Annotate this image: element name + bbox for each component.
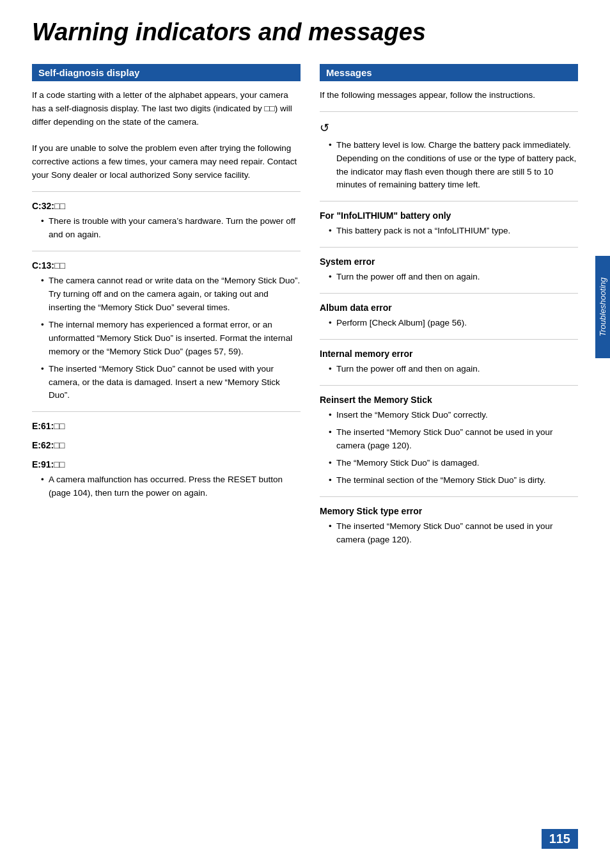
divider [320,339,578,340]
list-item: Turn the power off and then on again. [329,271,578,284]
infoLITHIUM-header: For "InfoLITHIUM" battery only [320,210,578,221]
infoLITHIUM-bullets: This battery pack is not a “InfoLITHIUM”… [320,225,578,238]
list-item: The terminal section of the “Memory Stic… [329,474,578,487]
divider [320,496,578,497]
error-code-e91: E:91:□□ [32,459,301,470]
error-code-c32: C:32:□□ [32,201,301,211]
left-column: Self-diagnosis display If a code startin… [32,64,301,504]
list-item: There is trouble with your camera’s hard… [41,215,301,242]
sidebar-label: Troubleshooting [595,256,610,358]
list-item: The battery level is low. Charge the bat… [329,139,578,193]
page-number-area: 115 [542,829,578,849]
reinsert-memory-stick-header: Reinsert the Memory Stick [320,395,578,405]
self-diagnosis-header: Self-diagnosis display [32,64,301,81]
right-column: Messages If the following messages appea… [320,64,578,551]
messages-intro: If the following messages appear, follow… [320,89,578,102]
page-title: Warning indicators and messages [32,19,578,46]
error-e91-bullets: A camera malfunction has occurred. Press… [32,473,301,500]
list-item: The inserted “Memory Stick Duo” cannot b… [329,426,578,453]
list-item: Perform [Check Album] (page 56). [329,317,578,330]
divider [320,293,578,294]
battery-icon: ↺ [320,121,578,135]
self-diagnosis-intro: If a code starting with a letter of the … [32,89,301,182]
divider [32,251,301,251]
list-item: A camera malfunction has occurred. Press… [41,473,301,500]
memory-stick-type-error-header: Memory Stick type error [320,506,578,516]
system-error-header: System error [320,256,578,267]
error-code-e62: E:62:□□ [32,440,301,450]
error-c13-bullets: The camera cannot read or write data on … [32,274,301,402]
list-item: The camera cannot read or write data on … [41,274,301,315]
divider [32,191,301,192]
messages-header: Messages [320,64,578,81]
error-code-c13: C:13:□□ [32,260,301,271]
album-data-error-bullets: Perform [Check Album] (page 56). [320,317,578,330]
internal-memory-error-header: Internal memory error [320,349,578,359]
divider [320,111,578,112]
divider [320,201,578,201]
battery-bullets: The battery level is low. Charge the bat… [320,139,578,193]
list-item: Insert the “Memory Stick Duo” correctly. [329,409,578,422]
divider [32,411,301,412]
list-item: Turn the power off and then on again. [329,363,578,376]
list-item: The “Memory Stick Duo” is damaged. [329,457,578,470]
album-data-error-header: Album data error [320,303,578,313]
error-code-e61: E:61:□□ [32,421,301,431]
list-item: The inserted “Memory Stick Duo” cannot b… [41,363,301,403]
list-item: The inserted “Memory Stick Duo” cannot b… [329,520,578,547]
reinsert-memory-stick-bullets: Insert the “Memory Stick Duo” correctly.… [320,409,578,487]
system-error-bullets: Turn the power off and then on again. [320,271,578,284]
internal-memory-error-bullets: Turn the power off and then on again. [320,363,578,376]
memory-stick-type-error-bullets: The inserted “Memory Stick Duo” cannot b… [320,520,578,547]
list-item: This battery pack is not a “InfoLITHIUM”… [329,225,578,238]
divider [320,247,578,248]
list-item: The internal memory has experienced a fo… [41,319,301,359]
page-number: 115 [542,829,578,849]
error-c32-bullets: There is trouble with your camera’s hard… [32,215,301,242]
divider [320,385,578,386]
